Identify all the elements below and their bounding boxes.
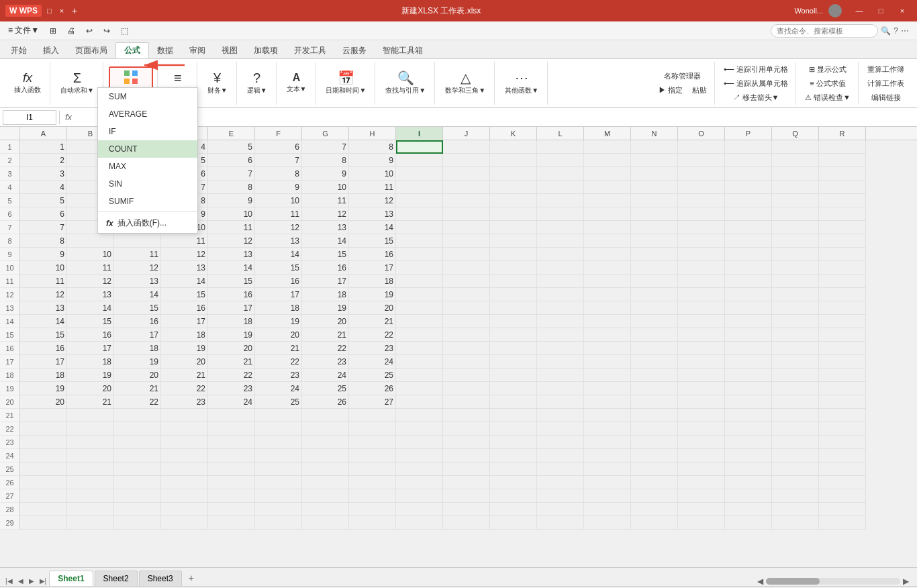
cell-j12[interactable] bbox=[443, 288, 490, 301]
cell-g13[interactable]: 19 bbox=[302, 301, 349, 315]
cell-p19[interactable] bbox=[725, 382, 772, 395]
cell-j29[interactable] bbox=[443, 516, 490, 530]
search-icon[interactable]: 🔍 bbox=[881, 26, 891, 36]
cell-c13[interactable]: 15 bbox=[114, 301, 161, 315]
nav-next[interactable]: ▶ bbox=[26, 576, 37, 586]
insert-function-btn[interactable]: fx 插入函数 bbox=[9, 70, 46, 97]
cell-h19[interactable]: 26 bbox=[349, 382, 396, 395]
cell-i27[interactable] bbox=[396, 489, 443, 503]
cell-p4[interactable] bbox=[725, 181, 772, 194]
cell-l4[interactable] bbox=[537, 181, 584, 194]
cell-o8[interactable] bbox=[678, 234, 725, 248]
tab-data[interactable]: 数据 bbox=[149, 42, 181, 58]
cell-f16[interactable]: 21 bbox=[255, 342, 302, 355]
more-icon[interactable]: ⋯ bbox=[901, 26, 909, 36]
cell-e16[interactable]: 20 bbox=[208, 342, 255, 355]
cell-e9[interactable]: 13 bbox=[208, 248, 255, 261]
cell-a12[interactable]: 12 bbox=[20, 288, 67, 301]
cell-j11[interactable] bbox=[443, 275, 490, 288]
edit-links-btn[interactable]: 编辑链接 bbox=[868, 91, 904, 104]
cell-l11[interactable] bbox=[537, 275, 584, 288]
cell-k10[interactable] bbox=[490, 261, 537, 275]
cell-b9[interactable]: 10 bbox=[67, 248, 114, 261]
tab-start[interactable]: 开始 bbox=[3, 42, 35, 58]
cell-i17[interactable] bbox=[396, 355, 443, 369]
other-fn-btn[interactable]: ⋯ 其他函数▼ bbox=[500, 69, 543, 97]
cell-d9[interactable]: 12 bbox=[161, 248, 208, 261]
cell-k14[interactable] bbox=[490, 315, 537, 328]
cell-i11[interactable] bbox=[396, 275, 443, 288]
cell-g5[interactable]: 11 bbox=[302, 194, 349, 207]
cell-l13[interactable] bbox=[537, 301, 584, 315]
cell-k20[interactable] bbox=[490, 395, 537, 409]
cell-k24[interactable] bbox=[490, 449, 537, 462]
cell-j26[interactable] bbox=[443, 476, 490, 489]
cell-n10[interactable] bbox=[631, 261, 678, 275]
cell-h2[interactable]: 9 bbox=[349, 154, 396, 167]
cell-c19[interactable]: 21 bbox=[114, 382, 161, 395]
cell-n4[interactable] bbox=[631, 181, 678, 194]
cell-l10[interactable] bbox=[537, 261, 584, 275]
cell-l20[interactable] bbox=[537, 395, 584, 409]
cell-f24[interactable] bbox=[255, 449, 302, 462]
cell-r25[interactable] bbox=[819, 462, 866, 476]
cell-f2[interactable]: 7 bbox=[255, 154, 302, 167]
cell-a22[interactable] bbox=[20, 422, 67, 436]
cell-d19[interactable]: 22 bbox=[161, 382, 208, 395]
cell-g26[interactable] bbox=[302, 476, 349, 489]
cell-m28[interactable] bbox=[584, 503, 631, 516]
cell-o17[interactable] bbox=[678, 355, 725, 369]
maximize-btn[interactable]: □ bbox=[871, 4, 890, 17]
cell-b14[interactable]: 15 bbox=[67, 315, 114, 328]
cell-q23[interactable] bbox=[772, 436, 819, 449]
cell-e2[interactable]: 6 bbox=[208, 154, 255, 167]
cell-e21[interactable] bbox=[208, 409, 255, 422]
cell-r9[interactable] bbox=[819, 248, 866, 261]
cell-b19[interactable]: 20 bbox=[67, 382, 114, 395]
cell-r6[interactable] bbox=[819, 207, 866, 221]
sheet-tab-sheet2[interactable]: Sheet2 bbox=[95, 571, 138, 586]
cell-j23[interactable] bbox=[443, 436, 490, 449]
cell-o5[interactable] bbox=[678, 194, 725, 207]
cell-j5[interactable] bbox=[443, 194, 490, 207]
cell-p7[interactable] bbox=[725, 221, 772, 234]
cell-j21[interactable] bbox=[443, 409, 490, 422]
cell-f15[interactable]: 20 bbox=[255, 328, 302, 342]
cell-d13[interactable]: 16 bbox=[161, 301, 208, 315]
cell-q8[interactable] bbox=[772, 234, 819, 248]
cell-g11[interactable]: 17 bbox=[302, 275, 349, 288]
cell-h8[interactable]: 15 bbox=[349, 234, 396, 248]
cell-k8[interactable] bbox=[490, 234, 537, 248]
cell-p2[interactable] bbox=[725, 154, 772, 167]
show-formulas-btn[interactable]: ⊞ 显示公式 bbox=[806, 63, 850, 76]
cell-p17[interactable] bbox=[725, 355, 772, 369]
cell-f8[interactable]: 13 bbox=[255, 234, 302, 248]
tab-cloud[interactable]: 云服务 bbox=[334, 42, 375, 58]
menu-save[interactable]: ⊞ bbox=[44, 23, 62, 38]
cell-i21[interactable] bbox=[396, 409, 443, 422]
cell-i29[interactable] bbox=[396, 516, 443, 530]
cell-l25[interactable] bbox=[537, 462, 584, 476]
tab-view[interactable]: 视图 bbox=[213, 42, 246, 58]
cell-g19[interactable]: 25 bbox=[302, 382, 349, 395]
cell-i18[interactable] bbox=[396, 369, 443, 382]
cell-n25[interactable] bbox=[631, 462, 678, 476]
cell-m26[interactable] bbox=[584, 476, 631, 489]
cell-j15[interactable] bbox=[443, 328, 490, 342]
col-header-O[interactable]: O bbox=[678, 127, 725, 140]
cell-f10[interactable]: 15 bbox=[255, 261, 302, 275]
cell-r20[interactable] bbox=[819, 395, 866, 409]
close-btn[interactable]: × bbox=[893, 4, 912, 17]
dropdown-item-max[interactable]: MAX bbox=[98, 158, 197, 175]
cell-h13[interactable]: 20 bbox=[349, 301, 396, 315]
cell-f6[interactable]: 11 bbox=[255, 207, 302, 221]
cell-q29[interactable] bbox=[772, 516, 819, 530]
cell-a17[interactable]: 17 bbox=[20, 355, 67, 369]
cell-k25[interactable] bbox=[490, 462, 537, 476]
calc-sheet-btn[interactable]: 计算工作表 bbox=[864, 77, 908, 90]
cell-l7[interactable] bbox=[537, 221, 584, 234]
cell-n29[interactable] bbox=[631, 516, 678, 530]
cell-c29[interactable] bbox=[114, 516, 161, 530]
cell-e10[interactable]: 14 bbox=[208, 261, 255, 275]
cell-p11[interactable] bbox=[725, 275, 772, 288]
